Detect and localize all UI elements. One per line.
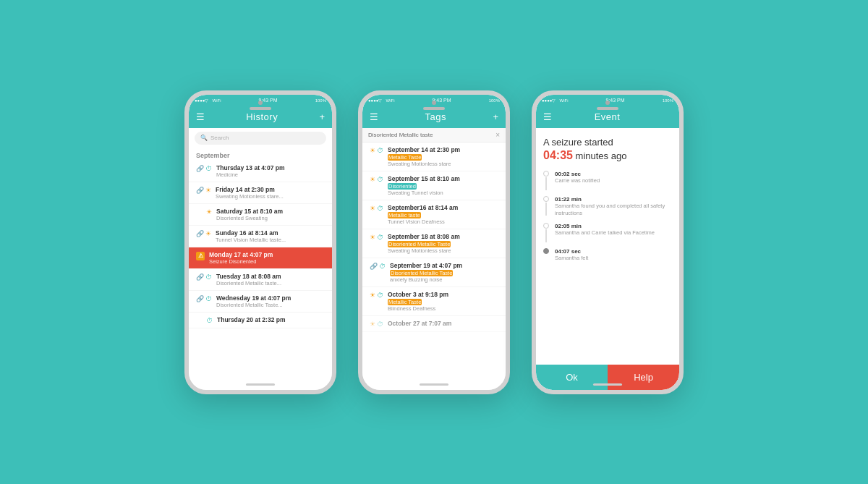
timeline-desc-3: Samantha and Carrie talked via Facetime (555, 229, 672, 237)
tag-item-2[interactable]: ☀ ⏱ September 15 at 8:10 am Disoriented … (362, 171, 506, 200)
timeline-desc-2: Samantha found you and completed all saf… (555, 203, 672, 217)
clock-icon-1: ⏱ (205, 165, 212, 172)
link-icon-2: 🔗 (196, 187, 204, 194)
item-sub-2: Sweating Motionless stare... (216, 193, 325, 200)
ok-button[interactable]: Ok (536, 365, 608, 390)
seizure-title: A seizure started 04:35 minutes ago (543, 137, 672, 164)
menu-icon-3[interactable]: ☰ (543, 111, 552, 122)
event-title: Event (595, 111, 621, 122)
tags-title: Tags (425, 111, 446, 122)
sun-icon-4: ☀ (205, 230, 211, 237)
speaker-2 (423, 107, 445, 110)
battery-3: 100% (663, 98, 673, 103)
item-title-3: Saturday 15 at 8:10 am (216, 208, 325, 215)
signal-2: ●●●●▽ (368, 98, 383, 103)
tag-sub-3: Tunnel Vision Deafness (388, 218, 498, 225)
list-item-5-active[interactable]: ⚠ Monday 17 at 4:07 pm Seizure Disorient… (189, 247, 332, 269)
tag-item-6[interactable]: ☀ ⏱ October 3 at 9:18 pm Metallic Taste … (362, 287, 506, 316)
timeline-time-3: 02:05 min (555, 223, 672, 229)
item-text-1: Thursday 13 at 4:07 pm Medicine (216, 164, 325, 178)
item-text-6: Tuesday 18 at 8:08 am Disoriented Metall… (216, 273, 325, 286)
event-buttons: Ok Help (536, 365, 679, 390)
sun-tag-1: ☀ (370, 147, 375, 154)
timeline-text-2: 01:22 min Samantha found you and complet… (555, 196, 672, 217)
sun-tag-3: ☀ (370, 205, 375, 212)
sun-tag-2: ☀ (370, 176, 375, 183)
timeline-dot-3 (543, 223, 549, 229)
history-title: History (246, 111, 278, 122)
search-icon: 🔍 (200, 135, 208, 141)
timeline-time-1: 00:02 sec (555, 171, 672, 177)
tag-highlight-2: Disoriented (388, 183, 417, 190)
phone-top-hardware (250, 101, 271, 110)
list-item-2[interactable]: 🔗 ☀ Friday 14 at 2:30 pm Sweating Motion… (189, 182, 332, 204)
tag-icons-7: ☀ ⏱ (370, 320, 383, 328)
warning-icon-5: ⚠ (196, 252, 205, 260)
status-left-1: ●●●●▽ WiFi (195, 98, 221, 103)
clock-tag-6: ⏱ (377, 292, 383, 299)
camera-3 (605, 101, 610, 105)
search-input-container[interactable]: 🔍 Search (195, 132, 326, 145)
tag-item-3[interactable]: ☀ ⏱ September16 at 8:14 am Metallic tast… (362, 200, 506, 229)
clock-icon-8: ⏱ (206, 317, 213, 324)
timeline-item-4: 04:07 sec Samantha felt (543, 248, 672, 262)
list-item-4[interactable]: 🔗 ☀ Sunday 16 at 8:14 am Tunnel Vision M… (189, 226, 332, 247)
tag-item-5[interactable]: 🔗 ⏱ September 19 at 4:07 pm Disoriented … (362, 258, 506, 287)
seizure-line1: A seizure started (543, 137, 613, 148)
home-indicator-1[interactable] (246, 383, 275, 386)
status-right-3: 100% (663, 98, 673, 103)
battery-1: 100% (315, 98, 326, 103)
wifi-2: WiFi (386, 98, 395, 103)
search-bar: 🔍 Search (189, 128, 332, 148)
tag-sub-5: anxiety Buzzing noise (390, 276, 498, 283)
add-icon-1[interactable]: + (319, 111, 325, 122)
tag-highlight-3: Metallic taste (388, 212, 421, 218)
tag-item-4[interactable]: ☀ ⏱ September 18 at 8:08 am Disoriented … (362, 229, 506, 258)
item-title-1: Thursday 13 at 4:07 pm (216, 164, 325, 171)
timeline-time-2: 01:22 min (555, 196, 672, 203)
tag-hl-6: Metallic Taste (388, 299, 498, 305)
wifi-1: WiFi (213, 98, 221, 103)
link-icon-1: 🔗 (196, 165, 204, 172)
add-icon-2[interactable]: + (493, 111, 498, 122)
tag-item-1[interactable]: ☀ ⏱ September 14 at 2:30 pm Metallic Tas… (362, 143, 506, 171)
list-item-1[interactable]: 🔗 ⏱ Thursday 13 at 4:07 pm Medicine (189, 161, 332, 182)
filter-close[interactable]: × (495, 131, 500, 139)
status-left-3: ●●●●▽ WiFi (542, 98, 569, 103)
timeline-item-3: 02:05 min Samantha and Carrie talked via… (543, 223, 672, 242)
tag-hl-4: Disoriented Metallic Taste (388, 241, 498, 247)
tag-icons-5: 🔗 ⏱ (370, 263, 386, 270)
help-button[interactable]: Help (608, 365, 679, 390)
tag-text-7: October 27 at 7:07 am (388, 320, 498, 327)
speaker (250, 107, 271, 110)
list-item-7[interactable]: 🔗 ⏱ Wednesday 19 at 4:07 pm Disoriented … (189, 291, 332, 313)
item-icons-1: 🔗 ⏱ (196, 165, 212, 172)
phone-event: ●●●●▽ WiFi 9:43 PM 100% ☰ Event A seizur… (532, 90, 684, 394)
timeline-line-3 (545, 229, 547, 242)
clock-icon-6: ⏱ (205, 273, 212, 281)
timeline-line-2 (545, 203, 547, 216)
item-text-2: Friday 14 at 2:30 pm Sweating Motionless… (216, 186, 325, 200)
clock-tag-4: ⏱ (377, 234, 383, 241)
timeline-desc-1: Carrie was notified (555, 177, 672, 184)
menu-icon-2[interactable]: ☰ (370, 111, 378, 122)
tags-content: ☀ ⏱ September 14 at 2:30 pm Metallic Tas… (362, 143, 506, 390)
tag-highlight-6: Metallic Taste (388, 299, 422, 305)
tag-title-6: October 3 at 9:18 pm (388, 291, 498, 298)
home-indicator-2[interactable] (420, 383, 448, 386)
clock-icon-7: ⏱ (205, 295, 212, 302)
link-icon-6: 🔗 (196, 273, 204, 281)
list-item-3[interactable]: ☀ Saturday 15 at 8:10 am Disoriented Swe… (189, 204, 332, 226)
seizure-line2: minutes ago (576, 150, 627, 161)
home-indicator-3[interactable] (593, 383, 622, 386)
item-sub-5: Seizure Disoriented (209, 258, 325, 265)
clock-tag-5: ⏱ (379, 263, 386, 270)
menu-icon-1[interactable]: ☰ (196, 111, 205, 122)
tag-icons-6: ☀ ⏱ (370, 292, 383, 299)
list-item-6[interactable]: 🔗 ⏱ Tuesday 18 at 8:08 am Disoriented Me… (189, 269, 332, 291)
item-sub-4: Tunnel Vision Metallic taste... (216, 237, 325, 243)
list-item-8[interactable]: ⏱ Thursday 20 at 2:32 pm (189, 313, 332, 328)
clock-tag-1: ⏱ (377, 147, 383, 154)
clock-tag-7: ⏱ (377, 320, 383, 328)
tag-item-7[interactable]: ☀ ⏱ October 27 at 7:07 am (362, 316, 506, 332)
